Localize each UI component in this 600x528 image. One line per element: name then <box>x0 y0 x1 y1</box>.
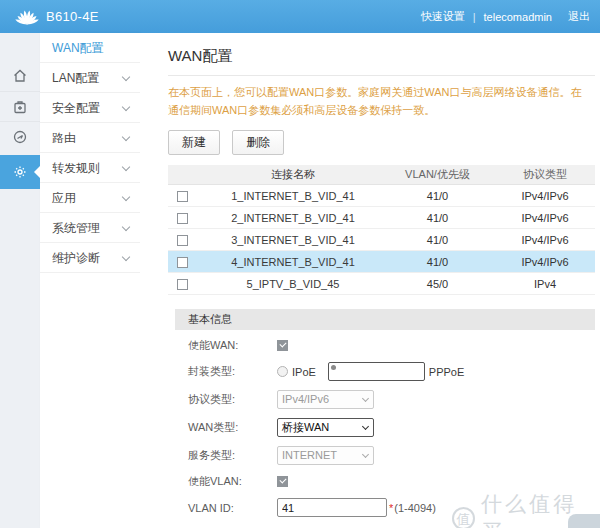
required-asterisk: * <box>389 502 393 514</box>
cell-connection-name: 4_INTERNET_B_VID_41 <box>206 256 380 268</box>
pppoe-radio-label: PPPoE <box>429 366 464 378</box>
sidebar-item-security[interactable]: 安全配置 <box>40 93 140 123</box>
field-label: VLAN ID: <box>188 502 277 514</box>
pppoe-radio <box>328 362 425 381</box>
table-row[interactable]: 1_INTERNET_B_VID_41 41/0 IPv4/IPv6 <box>168 185 595 207</box>
menu-item-label: 系统管理 <box>52 221 100 235</box>
page-title: WAN配置 <box>168 47 600 66</box>
wan-type-select[interactable]: 桥接WAN <box>277 418 374 437</box>
field-label: 使能VLAN: <box>188 474 277 489</box>
wan-connections-table: 连接名称 VLAN/优先级 协议类型 1_INTERNET_B_VID_41 4… <box>168 165 595 295</box>
menu-item-label: 安全配置 <box>52 101 100 115</box>
cell-protocol: IPv4/IPv6 <box>495 190 595 202</box>
field-label: 使能WAN: <box>188 338 277 353</box>
row-checkbox[interactable] <box>177 191 188 202</box>
cell-protocol: IPv4/IPv6 <box>495 212 595 224</box>
sidebar-item-wan-config[interactable]: WAN配置 <box>40 33 140 63</box>
corner-decoration <box>568 514 600 528</box>
menu-item-label: 维护诊断 <box>52 251 100 265</box>
table-row[interactable]: 3_INTERNET_B_VID_41 41/0 IPv4/IPv6 <box>168 229 595 251</box>
cell-connection-name: 5_IPTV_B_VID_45 <box>206 278 380 290</box>
column-header-name: 连接名称 <box>206 167 380 182</box>
menu-item-label: 转发规则 <box>52 161 100 175</box>
nav-menu: WAN配置 LAN配置 安全配置 路由 转发规则 应用 系统管理 维护诊断 <box>40 33 140 528</box>
field-label: 协议类型: <box>188 392 277 407</box>
cell-protocol: IPv4/IPv6 <box>495 256 595 268</box>
sidebar-item-system-management[interactable]: 系统管理 <box>40 213 140 243</box>
sidebar-icon-device[interactable] <box>0 91 40 121</box>
gauge-icon <box>12 129 28 145</box>
cell-protocol: IPv4 <box>495 278 595 290</box>
row-checkbox[interactable] <box>177 279 188 290</box>
chevron-down-icon <box>362 451 369 458</box>
table-header-row: 连接名称 VLAN/优先级 协议类型 <box>168 165 595 185</box>
row-checkbox[interactable] <box>177 257 188 268</box>
chevron-down-icon <box>122 163 130 171</box>
page-description: 在本页面上，您可以配置WAN口参数。家庭网关通过WAN口与高层网络设备通信。在通… <box>168 84 588 119</box>
chevron-down-icon <box>122 193 130 201</box>
protocol-type-select: IPv4/IPv6 <box>277 390 374 409</box>
new-button[interactable]: 新建 <box>168 130 220 155</box>
cell-vlan-priority: 41/0 <box>380 234 495 246</box>
vlan-id-input[interactable] <box>277 498 387 517</box>
chevron-down-icon <box>122 73 130 81</box>
chevron-down-icon <box>122 253 130 261</box>
header-bar: B610-4E 快速设置 | telecomadmin 退出 <box>0 0 600 33</box>
vlan-range-hint: (1-4094) <box>394 502 436 514</box>
cell-connection-name: 3_INTERNET_B_VID_41 <box>206 234 380 246</box>
chevron-down-icon <box>122 103 130 111</box>
table-row[interactable]: 2_INTERNET_B_VID_41 41/0 IPv4/IPv6 <box>168 207 595 229</box>
sidebar-item-lan-config[interactable]: LAN配置 <box>40 63 140 93</box>
column-header-protocol: 协议类型 <box>495 167 595 182</box>
delete-button[interactable]: 删除 <box>232 130 284 155</box>
cell-connection-name: 1_INTERNET_B_VID_41 <box>206 190 380 202</box>
quick-setup-link[interactable]: 快速设置 <box>421 9 465 24</box>
cell-protocol: IPv4/IPv6 <box>495 234 595 246</box>
cell-vlan-priority: 41/0 <box>380 190 495 202</box>
menu-item-label: 路由 <box>52 131 76 145</box>
cell-vlan-priority: 41/0 <box>380 212 495 224</box>
sidebar-icon-network[interactable] <box>0 121 40 151</box>
title-divider <box>168 75 595 76</box>
protocol-type-value: IPv4/IPv6 <box>282 393 329 405</box>
table-row-selected[interactable]: 4_INTERNET_B_VID_41 41/0 IPv4/IPv6 <box>168 251 595 273</box>
sidebar-item-routing[interactable]: 路由 <box>40 123 140 153</box>
menu-item-label: WAN配置 <box>52 41 104 55</box>
cell-vlan-priority: 45/0 <box>380 278 495 290</box>
home-icon <box>12 68 28 84</box>
sidebar-item-forwarding-rules[interactable]: 转发规则 <box>40 153 140 183</box>
column-header-vlan: VLAN/优先级 <box>380 167 495 182</box>
basic-info-form: 使能WAN: 封装类型: IPoE PPPoE 协议类型: IPv4/IPv6 … <box>188 338 600 528</box>
ipoe-radio-label: IPoE <box>292 366 316 378</box>
content-area: WAN配置 在本页面上，您可以配置WAN口参数。家庭网关通过WAN口与高层网络设… <box>140 33 600 528</box>
table-row[interactable]: 5_IPTV_B_VID_45 45/0 IPv4 <box>168 273 595 295</box>
sidebar-item-applications[interactable]: 应用 <box>40 183 140 213</box>
chevron-down-icon <box>362 395 369 402</box>
row-checkbox[interactable] <box>177 235 188 246</box>
wan-type-value: 桥接WAN <box>282 421 329 433</box>
enable-wan-checkbox <box>277 340 288 351</box>
chevron-down-icon <box>362 423 369 430</box>
gear-icon <box>12 164 28 180</box>
enable-vlan-checkbox <box>277 476 288 487</box>
field-label: 服务类型: <box>188 448 277 463</box>
section-header-basic-info: 基本信息 <box>175 309 595 330</box>
cell-vlan-priority: 41/0 <box>380 256 495 268</box>
logout-link[interactable]: 退出 <box>568 9 590 24</box>
field-label: WAN类型: <box>188 420 277 435</box>
username-text: telecomadmin <box>484 11 552 23</box>
menu-item-label: LAN配置 <box>52 71 99 85</box>
service-type-value: INTERNET <box>282 449 337 461</box>
field-label: 封装类型: <box>188 364 277 379</box>
device-plus-icon <box>12 99 28 115</box>
sidebar-item-maintenance-diagnosis[interactable]: 维护诊断 <box>40 243 140 273</box>
chevron-down-icon <box>122 133 130 141</box>
menu-item-label: 应用 <box>52 191 76 205</box>
sidebar-icon-settings-active[interactable] <box>0 155 40 189</box>
sidebar-icon-home[interactable] <box>0 61 40 91</box>
device-name: B610-4E <box>46 9 99 24</box>
ipoe-radio <box>277 366 288 377</box>
icon-sidebar <box>0 33 40 528</box>
row-checkbox[interactable] <box>177 213 188 224</box>
toolbar: 新建 删除 <box>168 130 600 155</box>
